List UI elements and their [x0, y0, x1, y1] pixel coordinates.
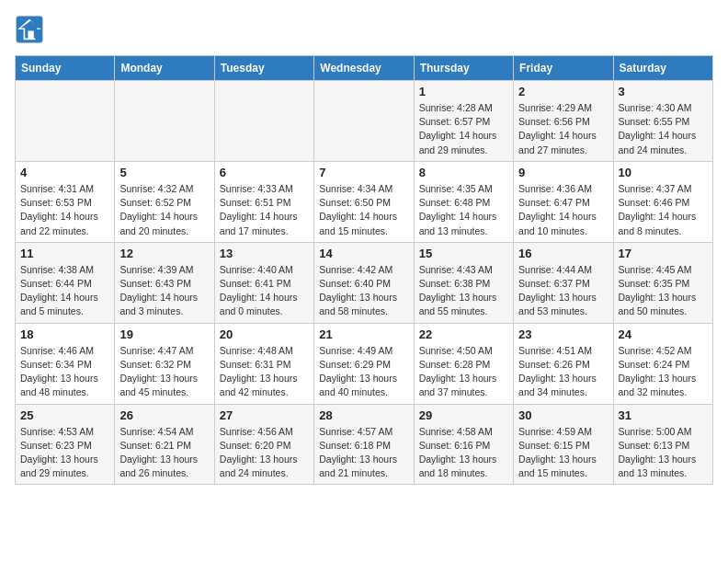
- logo: [15, 15, 48, 44]
- calendar-cell: 25Sunrise: 4:53 AMSunset: 6:23 PMDayligh…: [16, 404, 115, 485]
- calendar-week-row: 1Sunrise: 4:28 AMSunset: 6:57 PMDaylight…: [16, 81, 713, 162]
- calendar-cell: 11Sunrise: 4:38 AMSunset: 6:44 PMDayligh…: [16, 242, 115, 323]
- calendar-cell: 13Sunrise: 4:40 AMSunset: 6:41 PMDayligh…: [214, 242, 313, 323]
- day-info: Sunrise: 4:53 AMSunset: 6:23 PMDaylight:…: [20, 425, 109, 481]
- day-info: Sunrise: 4:40 AMSunset: 6:41 PMDaylight:…: [220, 263, 309, 319]
- day-number: 22: [419, 327, 508, 341]
- calendar-week-row: 25Sunrise: 4:53 AMSunset: 6:23 PMDayligh…: [16, 404, 713, 485]
- day-number: 14: [319, 247, 408, 260]
- day-number: 25: [20, 408, 109, 422]
- day-info: Sunrise: 4:39 AMSunset: 6:43 PMDaylight:…: [119, 263, 209, 319]
- calendar-cell: 26Sunrise: 4:54 AMSunset: 6:21 PMDayligh…: [115, 404, 214, 485]
- weekday-header-tuesday: Tuesday: [214, 56, 313, 81]
- day-info: Sunrise: 4:52 AMSunset: 6:24 PMDaylight:…: [619, 344, 708, 400]
- page-header: [15, 15, 713, 44]
- calendar-cell: 8Sunrise: 4:35 AMSunset: 6:48 PMDaylight…: [414, 161, 513, 242]
- day-info: Sunrise: 4:38 AMSunset: 6:44 PMDaylight:…: [20, 263, 109, 319]
- calendar-cell: 4Sunrise: 4:31 AMSunset: 6:53 PMDaylight…: [16, 161, 115, 242]
- calendar-cell: 14Sunrise: 4:42 AMSunset: 6:40 PMDayligh…: [314, 242, 414, 323]
- day-info: Sunrise: 4:45 AMSunset: 6:35 PMDaylight:…: [619, 263, 708, 319]
- day-info: Sunrise: 4:35 AMSunset: 6:48 PMDaylight:…: [419, 182, 508, 238]
- calendar-week-row: 18Sunrise: 4:46 AMSunset: 6:34 PMDayligh…: [16, 323, 713, 404]
- calendar-header: SundayMondayTuesdayWednesdayThursdayFrid…: [16, 56, 713, 81]
- day-info: Sunrise: 4:37 AMSunset: 6:46 PMDaylight:…: [619, 182, 708, 238]
- day-info: Sunrise: 4:46 AMSunset: 6:34 PMDaylight:…: [20, 344, 109, 400]
- day-number: 31: [619, 408, 708, 422]
- day-info: Sunrise: 4:28 AMSunset: 6:57 PMDaylight:…: [419, 101, 508, 157]
- day-number: 13: [220, 247, 309, 260]
- calendar-week-row: 4Sunrise: 4:31 AMSunset: 6:53 PMDaylight…: [16, 161, 713, 242]
- calendar-cell: 27Sunrise: 4:56 AMSunset: 6:20 PMDayligh…: [214, 404, 313, 485]
- calendar-body: 1Sunrise: 4:28 AMSunset: 6:57 PMDaylight…: [16, 81, 713, 485]
- calendar-cell: 29Sunrise: 4:58 AMSunset: 6:16 PMDayligh…: [414, 404, 513, 485]
- calendar-cell: 9Sunrise: 4:36 AMSunset: 6:47 PMDaylight…: [514, 161, 613, 242]
- day-number: 16: [518, 247, 608, 260]
- calendar-cell: 20Sunrise: 4:48 AMSunset: 6:31 PMDayligh…: [214, 323, 313, 404]
- day-number: 26: [119, 408, 209, 422]
- day-number: 1: [419, 85, 508, 98]
- calendar-week-row: 11Sunrise: 4:38 AMSunset: 6:44 PMDayligh…: [16, 242, 713, 323]
- day-info: Sunrise: 4:29 AMSunset: 6:56 PMDaylight:…: [518, 101, 608, 157]
- day-number: 7: [319, 166, 408, 179]
- day-number: 17: [619, 247, 708, 260]
- day-number: 21: [319, 327, 408, 341]
- day-info: Sunrise: 4:31 AMSunset: 6:53 PMDaylight:…: [20, 182, 109, 238]
- day-number: 18: [20, 327, 109, 341]
- calendar-cell: 24Sunrise: 4:52 AMSunset: 6:24 PMDayligh…: [613, 323, 712, 404]
- calendar-cell: 2Sunrise: 4:29 AMSunset: 6:56 PMDaylight…: [514, 81, 613, 162]
- weekday-header-row: SundayMondayTuesdayWednesdayThursdayFrid…: [16, 56, 713, 81]
- day-info: Sunrise: 4:32 AMSunset: 6:52 PMDaylight:…: [119, 182, 209, 238]
- calendar-cell: 21Sunrise: 4:49 AMSunset: 6:29 PMDayligh…: [314, 323, 414, 404]
- calendar-cell: 31Sunrise: 5:00 AMSunset: 6:13 PMDayligh…: [613, 404, 712, 485]
- day-info: Sunrise: 4:59 AMSunset: 6:15 PMDaylight:…: [518, 425, 608, 481]
- day-number: 3: [619, 85, 708, 98]
- day-number: 15: [419, 247, 508, 260]
- calendar-cell: [214, 81, 313, 162]
- calendar-cell: 3Sunrise: 4:30 AMSunset: 6:55 PMDaylight…: [613, 81, 712, 162]
- calendar-cell: 7Sunrise: 4:34 AMSunset: 6:50 PMDaylight…: [314, 161, 414, 242]
- day-info: Sunrise: 4:30 AMSunset: 6:55 PMDaylight:…: [619, 101, 708, 157]
- calendar-cell: [16, 81, 115, 162]
- day-info: Sunrise: 4:33 AMSunset: 6:51 PMDaylight:…: [220, 182, 309, 238]
- day-info: Sunrise: 5:00 AMSunset: 6:13 PMDaylight:…: [619, 425, 708, 481]
- day-info: Sunrise: 4:51 AMSunset: 6:26 PMDaylight:…: [518, 344, 608, 400]
- day-info: Sunrise: 4:42 AMSunset: 6:40 PMDaylight:…: [319, 263, 408, 319]
- calendar-cell: 12Sunrise: 4:39 AMSunset: 6:43 PMDayligh…: [115, 242, 214, 323]
- day-number: 6: [220, 166, 309, 179]
- day-info: Sunrise: 4:48 AMSunset: 6:31 PMDaylight:…: [220, 344, 309, 400]
- calendar-cell: 22Sunrise: 4:50 AMSunset: 6:28 PMDayligh…: [414, 323, 513, 404]
- logo-icon: [15, 15, 44, 44]
- day-number: 12: [119, 247, 209, 260]
- calendar-cell: [115, 81, 214, 162]
- weekday-header-friday: Friday: [514, 56, 613, 81]
- calendar-cell: 18Sunrise: 4:46 AMSunset: 6:34 PMDayligh…: [16, 323, 115, 404]
- weekday-header-thursday: Thursday: [414, 56, 513, 81]
- day-number: 4: [20, 166, 109, 179]
- day-number: 19: [119, 327, 209, 341]
- calendar-cell: 28Sunrise: 4:57 AMSunset: 6:18 PMDayligh…: [314, 404, 414, 485]
- calendar-cell: 15Sunrise: 4:43 AMSunset: 6:38 PMDayligh…: [414, 242, 513, 323]
- day-info: Sunrise: 4:50 AMSunset: 6:28 PMDaylight:…: [419, 344, 508, 400]
- day-info: Sunrise: 4:34 AMSunset: 6:50 PMDaylight:…: [319, 182, 408, 238]
- day-info: Sunrise: 4:43 AMSunset: 6:38 PMDaylight:…: [419, 263, 508, 319]
- day-info: Sunrise: 4:58 AMSunset: 6:16 PMDaylight:…: [419, 425, 508, 481]
- day-number: 2: [518, 85, 608, 98]
- calendar-cell: 6Sunrise: 4:33 AMSunset: 6:51 PMDaylight…: [214, 161, 313, 242]
- day-info: Sunrise: 4:56 AMSunset: 6:20 PMDaylight:…: [220, 425, 309, 481]
- day-info: Sunrise: 4:49 AMSunset: 6:29 PMDaylight:…: [319, 344, 408, 400]
- calendar-cell: 19Sunrise: 4:47 AMSunset: 6:32 PMDayligh…: [115, 323, 214, 404]
- day-info: Sunrise: 4:47 AMSunset: 6:32 PMDaylight:…: [119, 344, 209, 400]
- day-info: Sunrise: 4:57 AMSunset: 6:18 PMDaylight:…: [319, 425, 408, 481]
- day-number: 5: [119, 166, 209, 179]
- day-number: 10: [619, 166, 708, 179]
- calendar-table: SundayMondayTuesdayWednesdayThursdayFrid…: [15, 55, 713, 485]
- day-number: 29: [419, 408, 508, 422]
- calendar-cell: 1Sunrise: 4:28 AMSunset: 6:57 PMDaylight…: [414, 81, 513, 162]
- day-info: Sunrise: 4:36 AMSunset: 6:47 PMDaylight:…: [518, 182, 608, 238]
- weekday-header-monday: Monday: [115, 56, 214, 81]
- day-number: 11: [20, 247, 109, 260]
- day-number: 24: [619, 327, 708, 341]
- day-number: 23: [518, 327, 608, 341]
- day-number: 8: [419, 166, 508, 179]
- calendar-cell: 23Sunrise: 4:51 AMSunset: 6:26 PMDayligh…: [514, 323, 613, 404]
